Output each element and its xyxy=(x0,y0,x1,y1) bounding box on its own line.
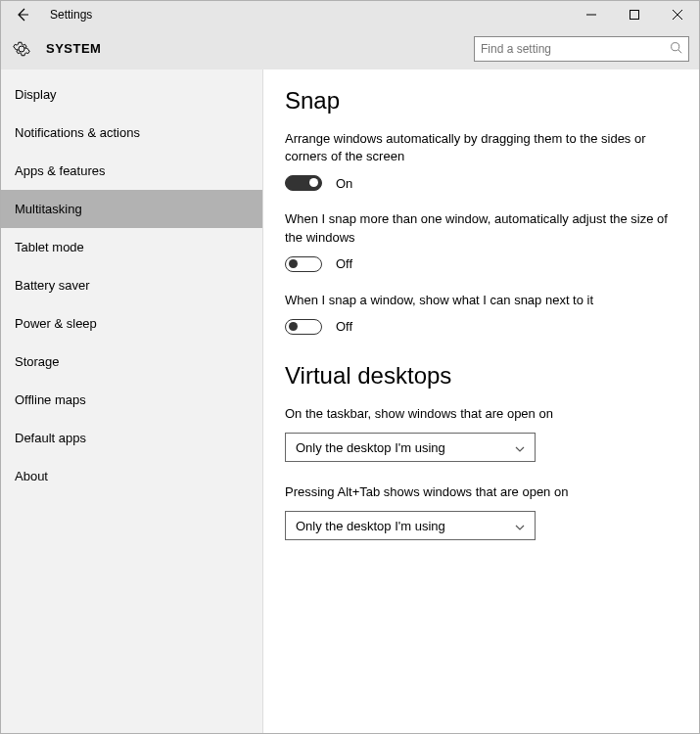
section-title: SYSTEM xyxy=(46,41,101,56)
search-input[interactable] xyxy=(481,42,670,56)
sidebar-item-multitasking[interactable]: Multitasking xyxy=(1,190,262,228)
snap-option2-toggle[interactable] xyxy=(285,256,322,272)
arrow-left-icon xyxy=(15,7,30,23)
toggle-knob xyxy=(309,178,318,187)
svg-line-5 xyxy=(678,49,681,52)
sidebar-item-apps[interactable]: Apps & features xyxy=(1,152,262,190)
sidebar-item-notifications[interactable]: Notifications & actions xyxy=(1,114,262,152)
maximize-icon xyxy=(630,10,639,20)
back-button[interactable] xyxy=(11,3,34,26)
search-box[interactable] xyxy=(474,36,689,62)
minimize-button[interactable] xyxy=(570,1,613,28)
snap-option3-state: Off xyxy=(336,319,352,334)
svg-point-4 xyxy=(672,42,679,50)
snap-option2-desc: When I snap more than one window, automa… xyxy=(285,210,677,246)
sidebar-item-about[interactable]: About xyxy=(1,457,262,495)
snap-option1-desc: Arrange windows automatically by draggin… xyxy=(285,130,677,165)
window-controls xyxy=(570,1,699,28)
sidebar-item-default-apps[interactable]: Default apps xyxy=(1,419,262,457)
vd-option1-dropdown[interactable]: Only the desktop I'm using xyxy=(285,433,536,462)
vd-option1-value: Only the desktop I'm using xyxy=(296,440,445,455)
sidebar-item-power[interactable]: Power & sleep xyxy=(1,304,262,343)
snap-heading: Snap xyxy=(285,87,677,115)
snap-option1-row: On xyxy=(285,175,677,191)
header: SYSTEM xyxy=(1,28,699,69)
svg-rect-1 xyxy=(630,11,639,20)
toggle-knob xyxy=(289,259,298,268)
vd-option1-desc: On the taskbar, show windows that are op… xyxy=(285,405,677,423)
minimize-icon xyxy=(586,10,596,20)
toggle-knob xyxy=(289,322,298,331)
sidebar-item-display[interactable]: Display xyxy=(1,75,262,114)
vd-option2-dropdown[interactable]: Only the desktop I'm using xyxy=(285,511,536,540)
snap-option3-desc: When I snap a window, show what I can sn… xyxy=(285,292,677,309)
sidebar-item-tablet[interactable]: Tablet mode xyxy=(1,228,262,266)
chevron-down-icon xyxy=(515,440,525,455)
maximize-button[interactable] xyxy=(613,1,656,28)
snap-option1-state: On xyxy=(336,176,352,191)
sidebar-item-battery[interactable]: Battery saver xyxy=(1,266,262,304)
window-title: Settings xyxy=(50,8,92,22)
titlebar: Settings xyxy=(1,1,699,28)
sidebar-item-storage[interactable]: Storage xyxy=(1,343,262,381)
close-button[interactable] xyxy=(656,1,699,28)
snap-option2-row: Off xyxy=(285,256,677,272)
body: Display Notifications & actions Apps & f… xyxy=(1,69,699,733)
gear-icon xyxy=(11,38,32,60)
snap-option3-row: Off xyxy=(285,319,677,335)
sidebar: Display Notifications & actions Apps & f… xyxy=(1,69,263,733)
search-icon xyxy=(670,40,682,58)
close-icon xyxy=(673,10,682,20)
snap-option1-toggle[interactable] xyxy=(285,175,322,191)
vd-option2-value: Only the desktop I'm using xyxy=(296,519,445,533)
snap-option3-toggle[interactable] xyxy=(285,319,322,335)
content: Snap Arrange windows automatically by dr… xyxy=(263,69,699,733)
snap-option2-state: Off xyxy=(336,256,352,271)
sidebar-item-offline-maps[interactable]: Offline maps xyxy=(1,381,262,419)
virtual-desktops-heading: Virtual desktops xyxy=(285,362,677,390)
vd-option2-desc: Pressing Alt+Tab shows windows that are … xyxy=(285,483,677,501)
chevron-down-icon xyxy=(515,519,525,533)
